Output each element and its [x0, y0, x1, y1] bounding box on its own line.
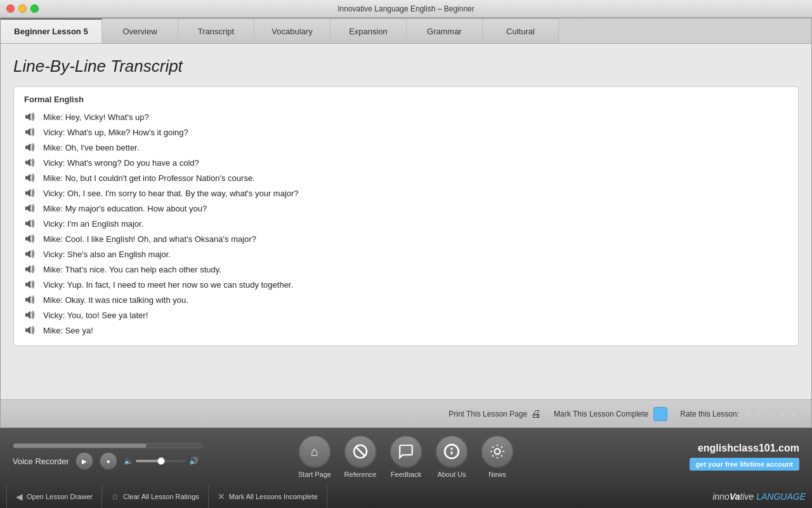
sound-icon[interactable]	[24, 111, 38, 123]
sound-icon[interactable]	[24, 264, 38, 275]
complete-checkbox[interactable]	[653, 407, 667, 421]
brand-text: englishclass101.com	[698, 443, 799, 453]
main-window: Beginner Lesson 5 Overview Transcript Vo…	[0, 18, 812, 428]
star-5[interactable]: ★	[789, 407, 799, 421]
mark-incomplete-label: Mark All Lessons Incomplete	[229, 493, 318, 500]
svg-marker-15	[28, 220, 31, 228]
transcript-text: Vicky: Yup. In fact, I need to meet her …	[43, 280, 293, 290]
tab-overview[interactable]: Overview	[102, 18, 178, 43]
transcript-line[interactable]: Mike: Hey, Vicky! What's up?	[24, 109, 788, 124]
sound-icon[interactable]	[24, 187, 38, 199]
brand-name: englishclass101.com	[698, 443, 799, 454]
svg-marker-1	[28, 113, 31, 121]
open-drawer-button[interactable]: ◀ Open Lesson Drawer	[6, 485, 102, 508]
x-icon: ✕	[218, 491, 225, 502]
get-lifetime-button[interactable]: get your free lifetime account	[690, 458, 799, 471]
minimize-button[interactable]	[18, 4, 27, 13]
svg-rect-2	[25, 130, 28, 133]
transcript-line[interactable]: Vicky: What's wrong? Do you have a cold?	[24, 155, 788, 170]
transcript-line[interactable]: Vicky: Oh, I see. I'm sorry to hear that…	[24, 185, 788, 201]
transcript-line[interactable]: Vicky: I'm an English major.	[24, 216, 788, 231]
nav-news[interactable]: News	[481, 435, 514, 478]
tab-grammar[interactable]: Grammar	[407, 18, 483, 43]
sound-icon[interactable]	[24, 218, 38, 229]
mark-complete-button[interactable]: Mark This Lesson Complete	[554, 407, 667, 421]
transcript-line[interactable]: Vicky: She's also an English major.	[24, 246, 788, 262]
sound-icon[interactable]	[24, 126, 38, 138]
svg-line-31	[356, 447, 365, 457]
tab-transcript[interactable]: Transcript	[178, 18, 254, 43]
window-title: Innovative Language English – Beginner	[337, 4, 475, 13]
sound-icon[interactable]	[24, 248, 38, 260]
close-button[interactable]	[6, 4, 15, 13]
svg-marker-25	[28, 296, 31, 304]
maximize-button[interactable]	[30, 4, 39, 13]
svg-rect-12	[25, 206, 28, 210]
transcript-line[interactable]: Mike: That's nice. You can help each oth…	[24, 262, 788, 277]
nav-icons: ⌂ Start Page Reference Feedback	[298, 435, 514, 478]
status-bar: ◀ Open Lesson Drawer ☆ Clear All Lesson …	[0, 485, 812, 508]
svg-marker-3	[28, 128, 31, 137]
transcript-line[interactable]: Mike: Cool. I like English! Oh, and what…	[24, 231, 788, 246]
window-controls[interactable]	[6, 4, 39, 13]
svg-rect-4	[25, 145, 28, 149]
nav-about-us[interactable]: About Us	[435, 435, 468, 478]
transcript-line[interactable]: Mike: See ya!	[24, 323, 788, 338]
tab-expansion[interactable]: Expansion	[331, 18, 407, 43]
open-drawer-label: Open Lesson Drawer	[27, 493, 93, 500]
transcript-line[interactable]: Vicky: You, too! See ya later!	[24, 307, 788, 323]
svg-marker-17	[28, 235, 31, 243]
star-rating[interactable]: ★ ★ ★ ★ ★	[743, 407, 799, 421]
rate-label: Rate this Lesson:	[680, 410, 739, 418]
sound-icon[interactable]	[24, 233, 38, 244]
nav-reference[interactable]: Reference	[344, 435, 377, 478]
transcript-line[interactable]: Vicky: Yup. In fact, I need to meet her …	[24, 277, 788, 292]
record-button[interactable]: ●	[100, 452, 117, 470]
transcript-line[interactable]: Mike: Okay. It was nice talking with you…	[24, 292, 788, 307]
footer-nav: Voice Recorder ▶ ● 🔈 🔊 ⌂ Start Page	[0, 428, 812, 485]
mark-incomplete-button[interactable]: ✕ Mark All Lessons Incomplete	[209, 485, 327, 508]
sound-icon[interactable]	[24, 203, 38, 214]
clear-ratings-button[interactable]: ☆ Clear All Lesson Ratings	[102, 485, 209, 508]
print-button[interactable]: Print This Lesson Page 🖨	[449, 408, 541, 420]
star-4[interactable]: ★	[777, 407, 787, 421]
svg-rect-8	[25, 176, 28, 179]
about-us-label: About Us	[437, 471, 466, 478]
print-label: Print This Lesson Page	[449, 410, 527, 418]
tab-cultural[interactable]: Cultural	[483, 18, 559, 43]
transcript-text: Vicky: You, too! See ya later!	[43, 311, 148, 320]
transcript-line[interactable]: Vicky: What's up, Mike? How's it going?	[24, 124, 788, 140]
sound-icon[interactable]	[24, 172, 38, 184]
nav-feedback[interactable]: Feedback	[390, 435, 422, 478]
sound-icon[interactable]	[24, 309, 38, 321]
svg-rect-18	[25, 252, 28, 255]
star-icon: ☆	[111, 491, 119, 502]
svg-marker-7	[28, 159, 31, 167]
printer-icon: 🖨	[531, 408, 541, 420]
nav-start-page[interactable]: ⌂ Start Page	[298, 435, 331, 478]
volume-slider[interactable]: 🔈 🔊	[124, 457, 199, 465]
sound-icon[interactable]	[24, 279, 38, 290]
transcript-text: Mike: My major's education. How about yo…	[43, 204, 207, 213]
star-3[interactable]: ★	[766, 407, 776, 421]
transcript-line[interactable]: Mike: Oh, I've been better.	[24, 140, 788, 155]
tab-vocabulary[interactable]: Vocabulary	[254, 18, 331, 43]
svg-rect-16	[25, 237, 28, 240]
star-2[interactable]: ★	[754, 407, 764, 421]
svg-rect-22	[25, 283, 28, 286]
transcript-text: Mike: See ya!	[43, 326, 93, 335]
drawer-icon: ◀	[16, 491, 23, 502]
transcript-line[interactable]: Mike: My major's education. How about yo…	[24, 201, 788, 216]
tab-active[interactable]: Beginner Lesson 5	[1, 18, 102, 43]
transcript-text: Mike: Hey, Vicky! What's up?	[43, 112, 149, 122]
sound-icon[interactable]	[24, 294, 38, 305]
play-button[interactable]: ▶	[75, 452, 93, 470]
sound-icon[interactable]	[24, 142, 38, 153]
transcript-text: Mike: Oh, I've been better.	[43, 143, 139, 152]
volume-icon-high: 🔊	[189, 457, 199, 465]
star-1[interactable]: ★	[743, 407, 753, 421]
transcript-line[interactable]: Mike: No, but I couldn't get into Profes…	[24, 170, 788, 185]
sound-icon[interactable]	[24, 324, 38, 336]
svg-rect-14	[25, 222, 28, 225]
sound-icon[interactable]	[24, 157, 38, 168]
